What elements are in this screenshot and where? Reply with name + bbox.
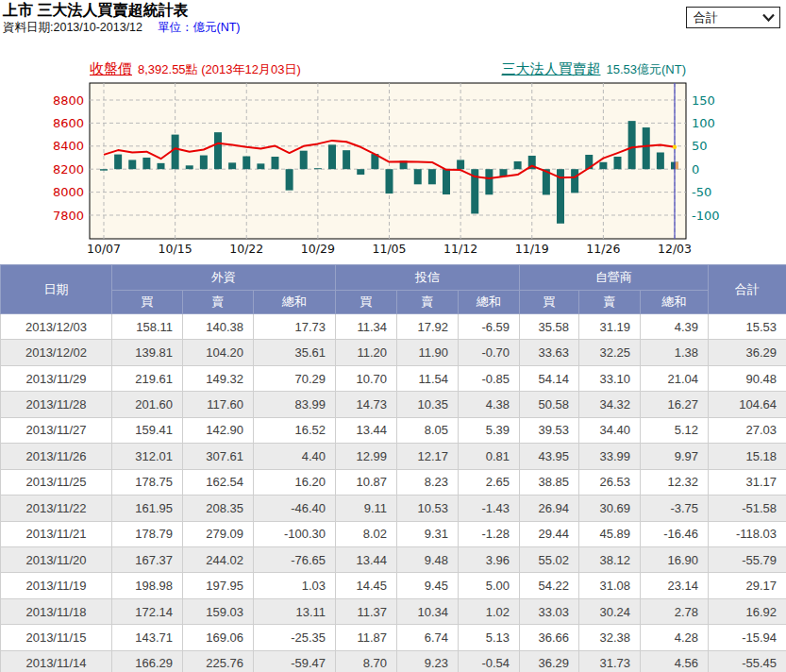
col-group-1: 投信 xyxy=(336,265,520,291)
cell-value: -46.40 xyxy=(254,496,336,521)
table-row: 2013/11/27159.41142.9016.5213.448.055.39… xyxy=(1,417,786,443)
left-axis-tick: 7800 xyxy=(53,209,84,223)
data-date-range: 資料日期:2013/10-2013/12單位：億元(NT) xyxy=(3,20,241,36)
net-buy-bar xyxy=(328,144,336,169)
net-buy-bar xyxy=(286,169,293,190)
net-buy-bar xyxy=(142,158,150,169)
cell-value: 8.23 xyxy=(397,469,459,495)
cell-date: 2013/12/02 xyxy=(1,340,112,365)
cell-value: 244.02 xyxy=(183,546,254,572)
cell-value: 26.53 xyxy=(579,469,641,495)
cell-value: 139.81 xyxy=(112,340,183,365)
cell-value: 4.39 xyxy=(641,314,709,340)
col-subheader-1-0: 買 xyxy=(336,291,397,314)
cell-value: -76.65 xyxy=(254,546,336,572)
table-body: 2013/12/03158.11140.3817.7311.3417.92-6.… xyxy=(1,314,786,672)
left-axis-tick: 8000 xyxy=(53,185,84,199)
cell-value: 9.48 xyxy=(397,546,459,572)
cell-value: 143.71 xyxy=(112,625,183,650)
net-buy-bar xyxy=(657,152,664,169)
cell-value: 8.70 xyxy=(336,650,397,672)
net-buy-bar xyxy=(599,162,607,169)
x-axis-tick: 11/26 xyxy=(586,242,620,256)
cell-value: 4.40 xyxy=(254,444,336,469)
cell-value: 1.38 xyxy=(641,340,709,365)
cell-value: 33.03 xyxy=(520,598,579,624)
cell-value: 70.29 xyxy=(254,365,336,391)
net-buy-bar xyxy=(272,157,279,169)
cell-value: 54.14 xyxy=(520,365,579,391)
cell-value: 16.52 xyxy=(254,417,336,443)
cell-value: 312.01 xyxy=(112,444,183,469)
cell-value: 45.89 xyxy=(579,521,641,546)
cell-value: -55.45 xyxy=(709,650,786,672)
cell-value: 225.76 xyxy=(183,650,254,672)
unit-label: 單位：億元(NT) xyxy=(158,21,241,34)
table-row: 2013/11/15143.71169.06-25.3511.876.745.1… xyxy=(1,625,786,650)
table-row: 2013/11/19198.98197.951.0314.459.455.005… xyxy=(1,573,786,598)
cell-value: -55.79 xyxy=(709,546,786,572)
cell-value: 1.02 xyxy=(459,598,520,624)
cell-value: 104.64 xyxy=(709,392,786,417)
cell-value: 17.92 xyxy=(397,314,459,340)
table-row: 2013/11/18172.14159.0313.1111.3710.341.0… xyxy=(1,598,786,624)
net-buy-bar xyxy=(242,157,250,170)
cell-value: 14.73 xyxy=(336,392,397,417)
cell-value: 8.02 xyxy=(336,521,397,546)
cell-value: 167.37 xyxy=(112,546,183,572)
cell-value: 16.20 xyxy=(254,469,336,495)
x-axis-tick: 10/29 xyxy=(301,242,335,256)
cell-date: 2013/11/14 xyxy=(1,650,112,672)
cell-value: -15.94 xyxy=(709,625,786,650)
table-row: 2013/12/03158.11140.3817.7311.3417.92-6.… xyxy=(1,314,786,340)
cell-value: 31.17 xyxy=(709,469,786,495)
page: 上市 三大法人買賣超統計表 資料日期:2013/10-2013/12單位：億元(… xyxy=(0,0,786,672)
net-buy-bar xyxy=(186,165,193,169)
net-buy-bar xyxy=(571,169,578,193)
right-axis-tick: 100 xyxy=(692,116,715,130)
col-group-2: 自營商 xyxy=(520,265,709,291)
col-subheader-1-2: 總和 xyxy=(459,291,520,314)
col-subheader-1-1: 賣 xyxy=(397,291,459,314)
cell-date: 2013/11/20 xyxy=(1,546,112,572)
cell-value: 17.73 xyxy=(254,314,336,340)
net-buy-bar xyxy=(485,169,493,194)
cell-value: 104.20 xyxy=(183,340,254,365)
cell-value: -100.30 xyxy=(254,521,336,546)
date-range-text: 資料日期:2013/10-2013/12 xyxy=(3,21,142,34)
left-axis-tick: 8800 xyxy=(53,93,84,108)
cell-value: 31.73 xyxy=(579,650,641,672)
cell-value: 12.32 xyxy=(641,469,709,495)
cell-value: 27.03 xyxy=(709,417,786,443)
cell-value: 36.29 xyxy=(520,650,579,672)
right-axis-tick: -50 xyxy=(692,185,711,199)
table-header: 日期外資投信自營商合計買賣總和買賣總和買賣總和 xyxy=(1,265,786,314)
cell-value: 161.95 xyxy=(112,496,183,521)
cell-value: -25.35 xyxy=(254,625,336,650)
cell-value: 35.58 xyxy=(520,314,579,340)
x-axis-tick: 12/03 xyxy=(658,242,692,256)
col-header-date: 日期 xyxy=(1,265,112,314)
net-buy-bar xyxy=(172,135,179,170)
cell-value: 9.11 xyxy=(336,496,397,521)
cell-value: 15.53 xyxy=(709,314,786,340)
price-volume-chart: 88001508600100840050820008000-507800-100… xyxy=(0,57,786,264)
table-row: 2013/11/28201.60117.6083.9914.7310.354.3… xyxy=(1,392,786,417)
category-select[interactable]: 合計 xyxy=(686,7,780,28)
cell-value: 90.48 xyxy=(709,365,786,391)
cell-value: 172.14 xyxy=(112,598,183,624)
cell-value: 35.61 xyxy=(254,340,336,365)
right-axis-tick: -100 xyxy=(692,209,720,223)
cell-value: 33.99 xyxy=(579,444,641,469)
cell-value: 11.90 xyxy=(397,340,459,365)
cell-value: 159.03 xyxy=(183,598,254,624)
cell-value: 201.60 xyxy=(112,392,183,417)
right-axis-tick: 50 xyxy=(692,139,708,153)
cell-value: 5.12 xyxy=(641,417,709,443)
cell-value: 11.34 xyxy=(336,314,397,340)
cell-value: 9.97 xyxy=(641,444,709,469)
cell-value: -118.03 xyxy=(709,521,786,546)
cell-value: 29.17 xyxy=(709,573,786,598)
cell-value: 10.70 xyxy=(336,365,397,391)
cell-date: 2013/11/19 xyxy=(1,573,112,598)
